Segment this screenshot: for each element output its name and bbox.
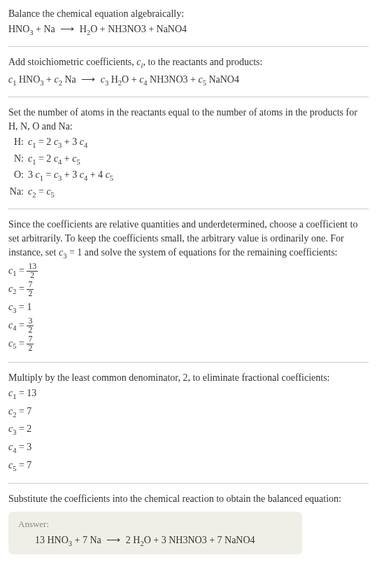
section-title: Balance the chemical equation algebraica… <box>8 7 369 21</box>
text: , to the reactants and products: <box>143 57 262 67</box>
section-title: Multiply by the least common denominator… <box>8 371 369 385</box>
atom-label: N: <box>8 151 28 166</box>
section-title: Substitute the coefficients into the che… <box>8 492 369 506</box>
atom-label: H: <box>8 134 28 149</box>
text: Add stoichiometric coefficients, <box>8 57 136 67</box>
coef-c2: c2 = 7 <box>8 404 369 421</box>
atom-label: Na: <box>8 184 28 199</box>
answer-box: Answer: 13 HNO3 + 7 Na ⟶ 2 H2O + 3 NH3NO… <box>8 512 302 554</box>
section-substitute: Substitute the coefficients into the che… <box>8 492 369 554</box>
coef-c2: c2 = 72 <box>8 281 369 298</box>
section-title: Set the number of atoms in the reactants… <box>8 106 369 133</box>
atom-equations: H: c1 = 2 c3 + 3 c4 N: c1 = 2 c4 + c5 O:… <box>8 134 113 200</box>
section-title: Since the coefficients are relative quan… <box>8 218 369 261</box>
coef-c4: c4 = 32 <box>8 317 369 335</box>
section-balance: Balance the chemical equation algebraica… <box>8 7 369 38</box>
coef-c1: c1 = 13 <box>8 386 369 403</box>
atom-label: O: <box>8 167 28 182</box>
section-coefficients: Add stoichiometric coefficients, ci, to … <box>8 55 369 88</box>
atom-equation: c1 = 2 c4 + c5 <box>28 151 80 168</box>
divider <box>8 46 369 47</box>
divider <box>8 483 369 484</box>
atom-row-na: Na: c2 = c5 <box>8 184 113 201</box>
atom-row-o: O: 3 c1 = c3 + 3 c4 + 4 c5 <box>8 167 113 184</box>
coef-c3: c3 = 1 <box>8 300 369 317</box>
section-title: Add stoichiometric coefficients, ci, to … <box>8 55 369 71</box>
coef-c5: c5 = 72 <box>8 335 369 353</box>
equation-unbalanced: HNO3 + Na ⟶ H2O + NH3NO3 + NaNO4 <box>8 22 369 38</box>
balanced-equation: 13 HNO3 + 7 Na ⟶ 2 H2O + 3 NH3NO3 + 7 Na… <box>18 534 292 547</box>
coef-c5: c5 = 7 <box>8 458 369 475</box>
section-atoms: Set the number of atoms in the reactants… <box>8 106 369 200</box>
atom-equation: c2 = c5 <box>28 184 55 201</box>
answer-label: Answer: <box>18 519 292 530</box>
atom-equation: c1 = 2 c3 + 3 c4 <box>28 134 87 151</box>
section-solve: Since the coefficients are relative quan… <box>8 218 369 353</box>
divider <box>8 362 369 363</box>
section-multiply: Multiply by the least common denominator… <box>8 371 369 475</box>
divider <box>8 209 369 209</box>
coef-c4: c4 = 3 <box>8 440 369 457</box>
coef-c3: c3 = 2 <box>8 421 369 439</box>
atom-row-h: H: c1 = 2 c3 + 3 c4 <box>8 134 113 151</box>
atom-equation: 3 c1 = c3 + 3 c4 + 4 c5 <box>28 167 113 184</box>
equation-with-coefs: c1 HNO3 + c2 Na ⟶ c3 H2O + c4 NH3NO3 + c… <box>8 73 369 88</box>
coef-c1: c1 = 132 <box>8 262 369 280</box>
divider <box>8 97 369 97</box>
atom-row-n: N: c1 = 2 c4 + c5 <box>8 151 113 168</box>
